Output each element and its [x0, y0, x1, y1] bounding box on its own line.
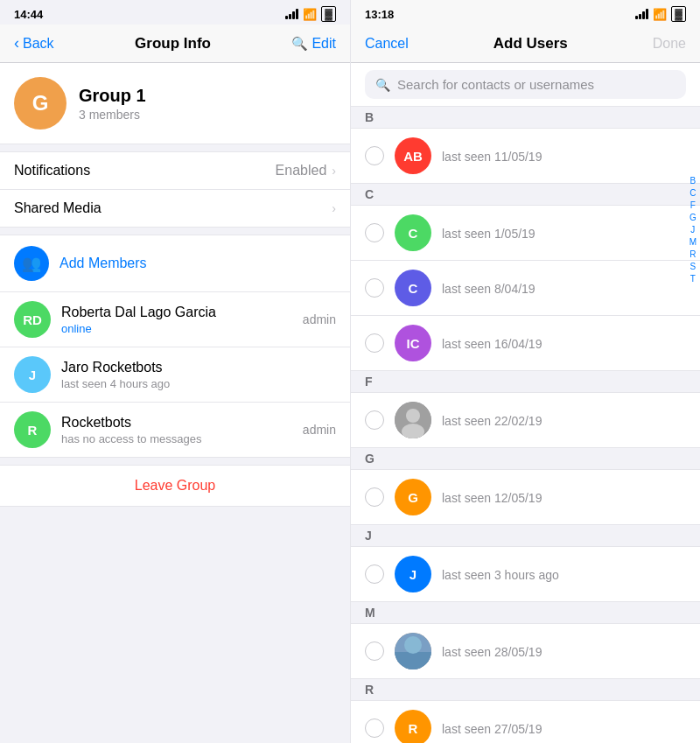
- add-users-title: Add Users: [494, 35, 568, 53]
- status-bar-left: 14:44 📶 ▓: [0, 0, 350, 25]
- contact-radio[interactable]: [365, 333, 384, 353]
- group-avatar: G: [14, 77, 66, 130]
- contact-avatar-j: J: [395, 556, 431, 592]
- contact-radio[interactable]: [365, 641, 384, 661]
- member-name-rd: Roberta Dal Lago Garcia: [61, 305, 292, 320]
- search-nav-icon: 🔍: [291, 36, 308, 52]
- contact-row[interactable]: R last seen 27/05/19: [351, 701, 700, 743]
- contact-last-seen-r: last seen 27/05/19: [442, 722, 542, 736]
- shared-media-row[interactable]: Shared Media ›: [0, 190, 350, 227]
- member-avatar-r: R: [14, 411, 51, 448]
- add-members-row[interactable]: 👥 Add Members: [0, 235, 350, 292]
- contact-radio[interactable]: [365, 564, 384, 584]
- member-avatar-rd: RD: [14, 301, 51, 338]
- leave-group-label[interactable]: Leave Group: [135, 478, 216, 493]
- contact-row[interactable]: J last seen 3 hours ago: [351, 547, 700, 602]
- wifi-icon: 📶: [303, 8, 317, 21]
- right-panel: 13:18 📶 ▓ Cancel Add Users Done 🔍 Search…: [350, 0, 700, 743]
- settings-section: Notifications Enabled › Shared Media ›: [0, 151, 350, 228]
- time-right: 13:18: [365, 8, 394, 21]
- svg-point-1: [406, 409, 420, 423]
- member-status-r: has no access to messages: [61, 432, 292, 445]
- add-members-label[interactable]: Add Members: [60, 256, 147, 271]
- contact-row[interactable]: C last seen 1/05/19: [351, 206, 700, 261]
- group-header: G Group 1 3 members: [0, 63, 350, 144]
- group-members: 3 members: [79, 108, 146, 122]
- notifications-value: Enabled ›: [276, 163, 336, 179]
- members-section: 👥 Add Members RD Roberta Dal Lago Garcia…: [0, 235, 350, 458]
- index-g[interactable]: G: [688, 212, 698, 223]
- contact-row[interactable]: G last seen 12/05/19: [351, 470, 700, 525]
- nav-bar-left: ‹ Back Group Info 🔍 Edit: [0, 25, 350, 63]
- contact-radio[interactable]: [365, 718, 384, 738]
- index-m[interactable]: M: [688, 236, 698, 248]
- edit-button[interactable]: 🔍 Edit: [291, 36, 336, 52]
- section-header-j: J: [351, 525, 700, 547]
- section-header-m: M: [351, 602, 700, 624]
- contact-radio[interactable]: [365, 410, 384, 430]
- index-sidebar: B C F G J M R S T: [688, 175, 698, 284]
- search-input-wrapper[interactable]: 🔍 Search for contacts or usernames: [365, 70, 686, 99]
- contact-avatar-ic: IC: [395, 325, 431, 361]
- nav-title-left: Group Info: [135, 35, 211, 53]
- contact-avatar-r: R: [395, 710, 431, 743]
- index-r[interactable]: R: [688, 249, 698, 260]
- index-j[interactable]: J: [688, 224, 698, 235]
- index-s[interactable]: S: [688, 261, 698, 272]
- section-header-g: G: [351, 448, 700, 470]
- section-header-f: F: [351, 371, 700, 393]
- search-bar: 🔍 Search for contacts or usernames: [351, 63, 700, 107]
- notifications-row[interactable]: Notifications Enabled ›: [0, 152, 350, 190]
- edit-label[interactable]: Edit: [312, 36, 336, 52]
- contact-row[interactable]: C last seen 8/04/19: [351, 261, 700, 316]
- index-f[interactable]: F: [688, 200, 698, 211]
- contact-radio[interactable]: [365, 278, 384, 298]
- contact-info-c2: last seen 8/04/19: [442, 280, 536, 296]
- contact-last-seen-ic: last seen 16/04/19: [442, 337, 542, 351]
- contact-info-ab: last seen 11/05/19: [442, 148, 542, 164]
- contact-last-seen-m: last seen 28/05/19: [442, 645, 542, 659]
- index-t[interactable]: T: [688, 273, 698, 284]
- shared-media-label: Shared Media: [14, 200, 102, 216]
- battery-icon-right: ▓: [671, 6, 686, 22]
- done-button[interactable]: Done: [653, 36, 686, 52]
- contact-row[interactable]: AB last seen 11/05/19: [351, 129, 700, 184]
- shared-media-chevron: ›: [332, 201, 336, 215]
- contacts-list: B AB last seen 11/05/19 C C last seen 1/…: [351, 107, 700, 743]
- contact-row[interactable]: IC last seen 16/04/19: [351, 316, 700, 371]
- index-c[interactable]: C: [688, 187, 698, 199]
- member-row[interactable]: R Rocketbots has no access to messages a…: [0, 403, 350, 457]
- battery-icon: ▓: [321, 6, 336, 22]
- add-users-nav: Cancel Add Users Done: [351, 25, 700, 63]
- member-row[interactable]: J Jaro Rocketbots last seen 4 hours ago: [0, 347, 350, 403]
- contact-last-seen-c1: last seen 1/05/19: [442, 227, 536, 241]
- back-button[interactable]: ‹ Back: [14, 34, 54, 53]
- contact-row[interactable]: last seen 28/05/19: [351, 624, 700, 679]
- contact-last-seen-g: last seen 12/05/19: [442, 491, 542, 505]
- contact-last-seen-ab: last seen 11/05/19: [442, 150, 542, 164]
- contact-avatar-c2: C: [395, 270, 431, 306]
- contact-avatar-m: [395, 633, 431, 669]
- leave-group-section[interactable]: Leave Group: [0, 465, 350, 507]
- contact-radio[interactable]: [365, 146, 384, 165]
- back-label[interactable]: Back: [23, 36, 54, 52]
- search-icon: 🔍: [375, 78, 390, 92]
- member-status-j: last seen 4 hours ago: [61, 377, 326, 390]
- contact-info-c1: last seen 1/05/19: [442, 225, 536, 241]
- contact-avatar-c1: C: [395, 214, 431, 251]
- contact-radio[interactable]: [365, 487, 384, 507]
- member-status-rd: online: [61, 322, 292, 335]
- group-info-text: Group 1 3 members: [79, 86, 146, 122]
- contact-row[interactable]: last seen 22/02/19: [351, 393, 700, 448]
- member-info-rd: Roberta Dal Lago Garcia online: [61, 305, 292, 335]
- member-row[interactable]: RD Roberta Dal Lago Garcia online admin: [0, 292, 350, 347]
- notifications-label: Notifications: [14, 163, 90, 179]
- cancel-button[interactable]: Cancel: [365, 36, 409, 52]
- section-header-c: C: [351, 184, 700, 206]
- index-b[interactable]: B: [688, 175, 698, 186]
- search-input[interactable]: Search for contacts or usernames: [397, 77, 594, 92]
- member-name-j: Jaro Rocketbots: [61, 360, 326, 375]
- member-avatar-j: J: [14, 356, 51, 393]
- contact-radio[interactable]: [365, 223, 384, 242]
- signal-icon: [285, 9, 298, 19]
